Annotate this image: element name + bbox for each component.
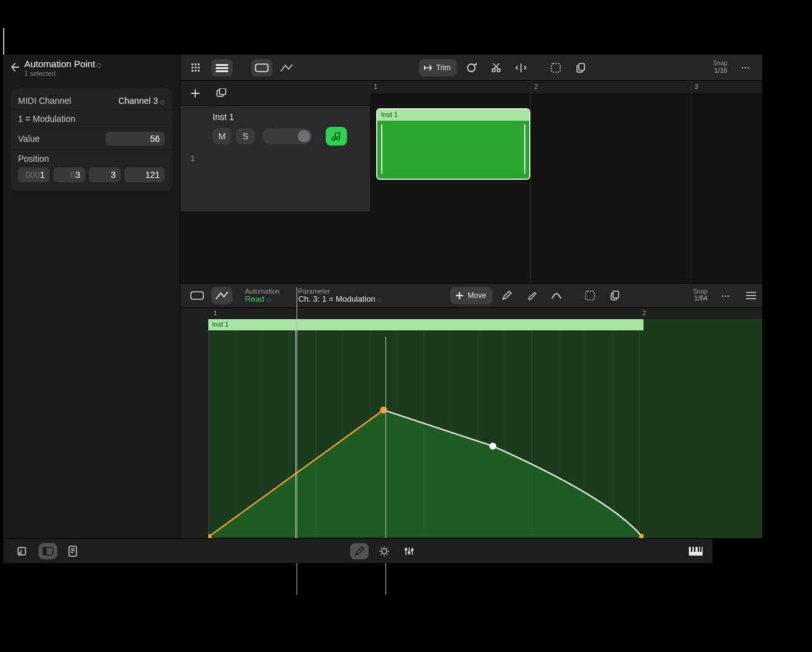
automation-toggle-button[interactable]: [276, 59, 297, 77]
parameter-selector[interactable]: Parameter Ch. 3: 1 = Modulation ◇: [298, 288, 383, 303]
solo-button[interactable]: S: [236, 128, 255, 144]
editor-more-button[interactable]: ···: [715, 287, 736, 304]
mixer-button[interactable]: [400, 543, 418, 559]
loop-tool-button[interactable]: [461, 59, 482, 77]
svg-point-14: [468, 64, 475, 72]
svg-rect-1: [195, 63, 196, 65]
editor-automation-area[interactable]: Inst 1: [208, 319, 762, 538]
view-grid-button[interactable]: [187, 59, 208, 77]
editor-snap-value[interactable]: Snap 1/64: [693, 289, 708, 302]
svg-rect-6: [191, 70, 193, 72]
inspector-toggle-button[interactable]: [39, 543, 57, 559]
midi-channel-label: MIDI Channel: [18, 96, 72, 106]
track-stack-button[interactable]: [213, 88, 230, 98]
value-field[interactable]: 56: [106, 132, 165, 146]
view-list-button[interactable]: [211, 59, 233, 77]
add-track-button[interactable]: [187, 88, 204, 98]
editor-copy-tool-button[interactable]: [604, 287, 625, 304]
arrange-region-area[interactable]: Inst 1: [370, 95, 762, 306]
position-label: Position: [18, 154, 49, 164]
copy-tool-button[interactable]: [570, 59, 591, 77]
editor-playhead[interactable]: [295, 319, 296, 538]
svg-rect-12: [256, 64, 268, 72]
svg-rect-10: [216, 67, 228, 69]
automation-curve[interactable]: [208, 330, 644, 538]
back-icon[interactable]: [11, 63, 19, 73]
svg-rect-8: [198, 70, 200, 72]
svg-point-33: [382, 549, 387, 554]
trim-tool-button[interactable]: Trim: [419, 59, 458, 77]
svg-rect-4: [195, 67, 196, 68]
editor-region-view-button[interactable]: [187, 287, 208, 304]
curve-tool-button[interactable]: [546, 287, 567, 304]
svg-point-36: [411, 549, 413, 551]
svg-rect-40: [698, 547, 699, 552]
arrange-toolbar: Trim Snap 1/16 ···: [180, 55, 762, 81]
svg-rect-39: [694, 547, 696, 552]
volume-slider[interactable]: [262, 128, 312, 144]
pencil-tool-button[interactable]: [496, 287, 517, 304]
inspector-properties: MIDI Channel Channel 3◇ 1 = Modulation V…: [11, 88, 172, 191]
inspector-subtitle: 1 selected: [24, 70, 101, 77]
notepad-button[interactable]: [63, 543, 82, 559]
more-menu-button[interactable]: ···: [735, 59, 756, 77]
snap-value[interactable]: Snap 1/16: [713, 60, 727, 74]
editor-ruler[interactable]: 1 2: [208, 308, 762, 319]
editor-automation-view-button[interactable]: [211, 287, 233, 304]
move-tool-button[interactable]: Move: [450, 287, 492, 304]
svg-rect-2: [198, 63, 200, 65]
svg-rect-7: [195, 70, 196, 72]
inspector-title[interactable]: Automation Point◇: [24, 58, 101, 69]
svg-rect-13: [424, 66, 425, 70]
track-number: 1: [180, 106, 205, 212]
mute-button[interactable]: M: [213, 128, 231, 144]
svg-rect-31: [43, 547, 47, 555]
select-tool-button[interactable]: [545, 59, 566, 77]
svg-point-35: [408, 551, 410, 553]
svg-rect-5: [198, 67, 200, 68]
svg-point-15: [492, 68, 496, 72]
position-field[interactable]: 0001 03 3 121: [11, 165, 172, 187]
svg-rect-19: [579, 63, 584, 70]
track-header[interactable]: Inst 1 M S: [205, 106, 370, 177]
svg-rect-38: [691, 547, 693, 552]
library-button[interactable]: [14, 543, 32, 559]
arrange-ruler[interactable]: 1 2 3: [370, 81, 762, 95]
bottom-toolbar: [6, 538, 713, 563]
brush-tool-button[interactable]: [521, 287, 542, 304]
pencil-mode-button[interactable]: [350, 543, 369, 559]
midi-channel-value[interactable]: Channel 3◇: [118, 96, 165, 106]
track-list: 1 Inst 1 M S: [180, 106, 370, 212]
svg-rect-3: [191, 67, 193, 68]
scissor-tool-button[interactable]: [486, 59, 507, 77]
region-view-button[interactable]: [251, 59, 272, 77]
svg-point-16: [497, 68, 501, 72]
split-tool-button[interactable]: [510, 59, 532, 77]
keyboard-button[interactable]: [686, 543, 705, 559]
svg-point-34: [405, 548, 407, 550]
svg-rect-23: [191, 292, 203, 299]
svg-rect-41: [700, 547, 702, 552]
svg-rect-9: [216, 64, 228, 66]
brightness-button[interactable]: [375, 543, 394, 559]
svg-rect-0: [191, 63, 193, 65]
automation-mode-selector[interactable]: Automation Read ◇: [245, 288, 280, 303]
inspector-panel: Automation Point◇ 1 selected MIDI Channe…: [3, 55, 180, 563]
midi-region[interactable]: Inst 1: [376, 108, 530, 180]
editor-drag-handle[interactable]: [746, 292, 756, 299]
value-label: Value: [18, 134, 40, 144]
svg-rect-24: [586, 291, 594, 300]
svg-rect-26: [613, 291, 619, 298]
parameter-name-label: 1 = Modulation: [18, 114, 75, 124]
svg-rect-11: [216, 70, 228, 72]
editor-gutter: [180, 308, 208, 538]
editor-region-name: Inst 1: [208, 319, 644, 330]
instrument-icon[interactable]: [326, 127, 347, 146]
track-name: Inst 1: [213, 112, 362, 122]
editor-select-tool-button[interactable]: [579, 287, 601, 304]
region-name: Inst 1: [377, 109, 529, 121]
svg-rect-17: [551, 63, 560, 72]
svg-rect-21: [219, 88, 226, 95]
editor-toolbar: Automation Read ◇ Parameter Ch. 3: 1 = M…: [180, 283, 762, 308]
automation-point: [489, 443, 496, 450]
